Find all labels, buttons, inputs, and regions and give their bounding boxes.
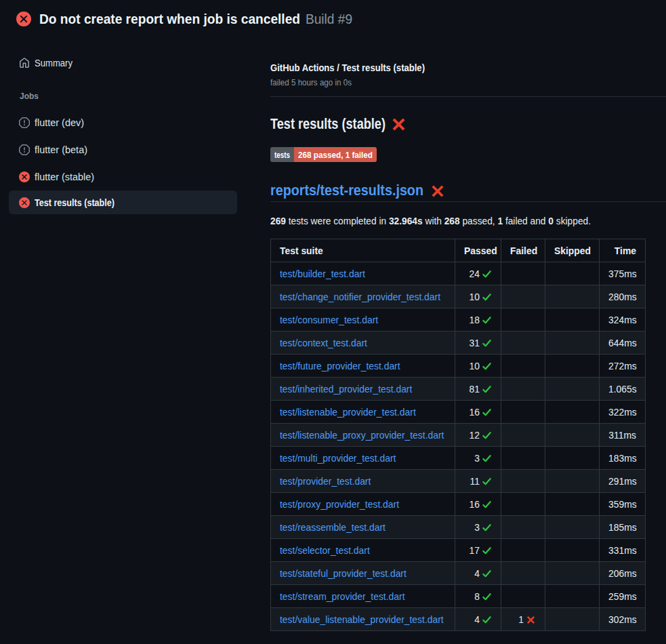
passed-cell: 3 <box>455 447 501 470</box>
x-circle-fill-icon <box>19 197 30 208</box>
passed-cell: 12 <box>455 424 501 447</box>
suite-link[interactable]: test/consumer_test.dart <box>280 315 378 325</box>
check-icon <box>482 361 492 371</box>
failed-cell <box>501 308 545 331</box>
passed-cell: 4 <box>455 562 501 585</box>
column-header-time: Time <box>600 239 646 262</box>
suite-link[interactable]: test/stateful_provider_test.dart <box>280 568 407 579</box>
failed-cell <box>501 285 545 308</box>
check-icon <box>482 477 492 487</box>
header-divider <box>270 96 666 97</box>
job-label: flutter (dev) <box>35 117 84 128</box>
table-row: test/stateful_provider_test.dart4206ms <box>271 562 646 585</box>
suite-link[interactable]: test/inherited_provider_test.dart <box>280 384 412 395</box>
skipped-cell <box>545 401 600 424</box>
sidebar-job-flutter-stable[interactable]: flutter (stable) <box>9 163 237 190</box>
time-cell: 331ms <box>600 539 646 562</box>
check-icon <box>482 292 492 302</box>
check-icon <box>482 523 492 533</box>
table-row: test/builder_test.dart24375ms <box>271 262 646 285</box>
skipped-cell <box>545 378 600 401</box>
failed-cell <box>501 447 545 470</box>
check-run-title: Test results (stable) <box>270 115 386 134</box>
suite-link[interactable]: test/change_notifier_provider_test.dart <box>280 291 440 302</box>
skipped-cell <box>545 516 600 539</box>
tests-summary-text: 269 tests were completed in 32.964s with… <box>270 214 666 228</box>
check-icon <box>482 407 492 418</box>
check-icon <box>482 546 492 556</box>
table-row: test/proxy_provider_test.dart16359ms <box>271 493 646 516</box>
suite-link[interactable]: test/value_listenable_provider_test.dart <box>280 614 444 625</box>
table-row: test/change_notifier_provider_test.dart1… <box>271 285 646 308</box>
suite-link[interactable]: test/future_provider_test.dart <box>280 361 400 371</box>
check-icon <box>482 454 492 464</box>
suite-link[interactable]: test/builder_test.dart <box>280 268 365 279</box>
x-circle-fill-icon <box>16 12 31 26</box>
table-row: test/inherited_provider_test.dart811.065… <box>271 378 646 401</box>
passed-cell: 17 <box>455 539 501 562</box>
skipped-cell <box>545 308 600 331</box>
sidebar-job-flutter-dev[interactable]: flutter (dev) <box>9 109 237 136</box>
table-row: test/selector_test.dart17331ms <box>271 539 646 562</box>
run-build-number: Build #9 <box>306 12 352 27</box>
skipped-cell <box>545 493 600 516</box>
passed-cell: 11 <box>455 470 501 493</box>
table-row: test/consumer_test.dart18324ms <box>271 308 646 331</box>
failed-cell <box>501 424 545 447</box>
passed-cell: 16 <box>455 401 501 424</box>
time-cell: 291ms <box>600 470 646 493</box>
time-cell: 375ms <box>600 262 646 285</box>
skipped-cell <box>545 562 600 585</box>
job-label: Test results (stable) <box>35 197 115 208</box>
check-icon <box>482 500 492 510</box>
sidebar-item-summary[interactable]: Summary <box>9 52 237 75</box>
stop-icon <box>19 117 30 128</box>
passed-cell: 16 <box>455 493 501 516</box>
sidebar-summary-label: Summary <box>35 58 72 68</box>
failed-cell <box>501 493 545 516</box>
badge-label: tests <box>270 147 294 162</box>
x-circle-fill-icon <box>19 172 30 182</box>
time-cell: 185ms <box>600 516 646 539</box>
suite-link[interactable]: test/listenable_provider_test.dart <box>280 407 416 418</box>
column-header-skipped: Skipped <box>545 239 600 262</box>
time-cell: 311ms <box>600 424 646 447</box>
skipped-cell <box>545 447 600 470</box>
suite-link[interactable]: test/selector_test.dart <box>280 545 370 556</box>
table-header-row: Test suitePassedFailedSkippedTime <box>271 239 646 262</box>
table-row: test/listenable_provider_test.dart16322m… <box>271 401 646 424</box>
report-file-link[interactable]: reports/test-results.json <box>270 181 423 200</box>
check-icon <box>482 269 492 279</box>
failed-cell <box>501 539 545 562</box>
column-header-passed: Passed <box>455 239 501 262</box>
skipped-cell <box>545 262 600 285</box>
failed-cell <box>501 331 545 355</box>
sidebar-job-test-results-stable[interactable]: Test results (stable) <box>9 190 237 214</box>
failed-cell <box>501 562 545 585</box>
suite-link[interactable]: test/provider_test.dart <box>280 476 371 487</box>
suite-link[interactable]: test/stream_provider_test.dart <box>280 591 405 602</box>
sidebar-jobs-heading: Jobs <box>9 91 270 102</box>
suite-link[interactable]: test/reassemble_test.dart <box>280 522 386 533</box>
passed-cell: 10 <box>455 285 501 308</box>
check-icon <box>482 569 492 579</box>
suite-link[interactable]: test/listenable_proxy_provider_test.dart <box>280 430 444 441</box>
check-icon <box>482 430 492 441</box>
passed-cell: 8 <box>455 585 501 608</box>
passed-cell: 3 <box>455 516 501 539</box>
badge-value: 268 passed, 1 failed <box>294 147 377 162</box>
suite-link[interactable]: test/context_test.dart <box>280 338 367 348</box>
skipped-cell <box>545 285 600 308</box>
time-cell: 272ms <box>600 355 646 378</box>
tests-status-badge: tests 268 passed, 1 failed <box>270 147 377 162</box>
run-header: Do not create report when job is cancell… <box>0 0 666 38</box>
suite-link[interactable]: test/proxy_provider_test.dart <box>280 499 399 510</box>
check-icon <box>482 615 492 625</box>
job-label: flutter (beta) <box>35 144 87 155</box>
sidebar-job-flutter-beta[interactable]: flutter (beta) <box>9 136 237 163</box>
home-icon <box>19 58 30 68</box>
failed-cell: 1 <box>501 608 545 631</box>
skipped-cell <box>545 424 600 447</box>
suite-link[interactable]: test/multi_provider_test.dart <box>280 453 396 464</box>
passed-cell: 4 <box>455 608 501 631</box>
